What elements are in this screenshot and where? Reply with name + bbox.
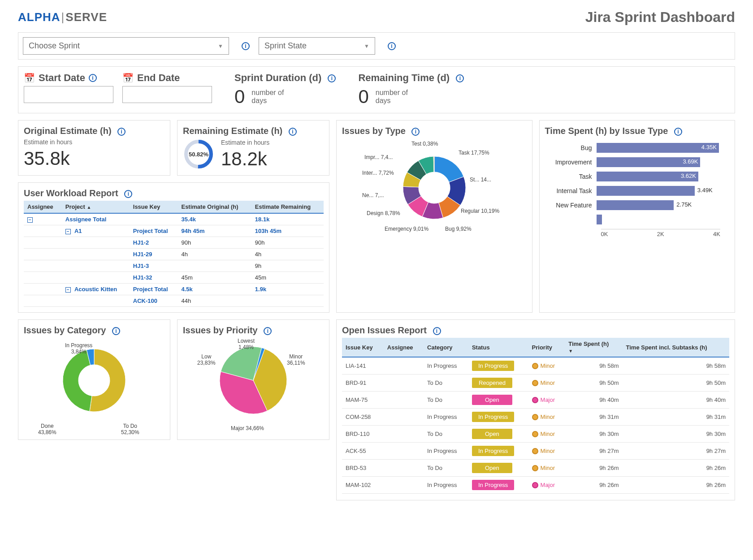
info-icon[interactable]: i: [117, 128, 126, 136]
project-name[interactable]: − Acoustic Kitten: [62, 284, 130, 295]
bar-label: Bug: [545, 144, 597, 151]
table-row[interactable]: BRD-53 To Do Open Minor 9h 26m 9h 26m: [342, 460, 729, 477]
sprint-duration-value: 0: [234, 86, 245, 108]
table-header[interactable]: Assignee: [24, 201, 62, 213]
time-spent-cell: 9h 30m: [565, 426, 622, 443]
time-spent-card: Time Spent (h) by Issue Type i Bug 4.35K…: [539, 120, 736, 313]
start-date-input[interactable]: [24, 86, 113, 103]
info-icon[interactable]: i: [411, 128, 420, 136]
priority-cell: Major: [528, 392, 565, 409]
table-header[interactable]: Time Spent (h)▼: [565, 338, 622, 357]
card-subtitle: Estimate in hours: [24, 138, 164, 146]
project-row: − Acoustic KittenProject Total4.5k1.9k: [24, 284, 324, 295]
issue-key[interactable]: HJ1-29: [130, 249, 178, 260]
bar-label: Task: [545, 173, 597, 180]
issue-key-cell: BRD-110: [342, 426, 384, 443]
chart-label: Task 17,75%: [459, 150, 489, 156]
issue-key-cell: MAM-75: [342, 392, 384, 409]
table-row[interactable]: BRD-110 To Do Open Minor 9h 30m 9h 30m: [342, 426, 729, 443]
table-header[interactable]: Estimate Remaining: [251, 201, 324, 213]
time-spent-sub-cell: 9h 16m: [623, 494, 729, 495]
category-cell: To Do: [424, 494, 468, 495]
table-header[interactable]: Issue Key: [342, 338, 384, 357]
table-header[interactable]: Assignee: [384, 338, 424, 357]
logo-alpha: ALPHA: [18, 10, 61, 24]
priority-dot-icon: [532, 380, 538, 386]
issue-key[interactable]: HJ1-2: [130, 237, 178, 249]
priority-dot-icon: [532, 482, 538, 488]
category-cell: In Progress: [424, 477, 468, 494]
table-row[interactable]: BRD-91 To Do Reopened Minor 9h 50m 9h 50…: [342, 375, 729, 392]
time-spent-cell: 9h 27m: [565, 443, 622, 460]
table-header[interactable]: Issue Key: [130, 201, 178, 213]
end-date-label: 📅 End Date: [122, 72, 212, 84]
table-row[interactable]: MAM-75 To Do Open Major 9h 40m 9h 40m: [342, 392, 729, 409]
table-header[interactable]: Time Spent incl. Subtasks (h): [623, 338, 729, 357]
priority-dot-icon: [532, 448, 538, 454]
info-icon[interactable]: i: [264, 327, 272, 335]
info-icon[interactable]: i: [89, 74, 97, 82]
info-icon[interactable]: i: [289, 128, 297, 136]
project-name[interactable]: − A1: [62, 225, 130, 237]
original-estimate-card: Original Estimate (h) i Estimate in hour…: [18, 120, 170, 176]
axis-tick: 2K: [657, 231, 664, 237]
end-date-input[interactable]: [122, 86, 212, 103]
priority-cell: Minor: [528, 426, 565, 443]
time-spent-sub-cell: 9h 31m: [623, 409, 729, 426]
time-spent-cell: 9h 50m: [565, 375, 622, 392]
table-row[interactable]: LIA-141 In Progress In Progress Minor 9h…: [342, 357, 729, 375]
time-spent-sub-cell: 9h 50m: [623, 375, 729, 392]
priority-cell: Minor: [528, 357, 565, 375]
issue-key-cell: BRD-53: [342, 460, 384, 477]
remaining-estimate-value: 18.2k: [221, 148, 269, 170]
info-icon[interactable]: i: [388, 42, 396, 50]
info-icon[interactable]: i: [124, 190, 132, 198]
assignee-cell: [384, 443, 424, 460]
chart-label: Impr... 7,4...: [364, 154, 393, 160]
table-row[interactable]: ACK-56 To Do Open Minor 9h 16m 9h 16m: [342, 494, 729, 495]
table-header[interactable]: Project ▲: [62, 201, 130, 213]
chart-label: To Do 52,30%: [121, 423, 139, 435]
issue-row: ACK-10044h: [24, 295, 324, 307]
issue-key[interactable]: HJ1-32: [130, 272, 178, 284]
page-title: Jira Sprint Dashboard: [585, 9, 735, 26]
open-issues-table: Issue KeyAssigneeCategoryStatusPriorityT…: [342, 338, 729, 495]
status-cell: In Progress: [468, 357, 528, 375]
table-header[interactable]: Category: [424, 338, 468, 357]
collapse-icon[interactable]: −: [27, 217, 33, 223]
info-icon[interactable]: i: [674, 128, 682, 136]
table-header[interactable]: Status: [468, 338, 528, 357]
collapse-icon[interactable]: −: [65, 229, 71, 234]
collapse-icon[interactable]: −: [65, 287, 71, 293]
table-header[interactable]: Priority: [528, 338, 565, 357]
status-cell: Reopened: [468, 375, 528, 392]
chart-label: Done 43,86%: [38, 423, 56, 435]
choose-sprint-dropdown[interactable]: Choose Sprint ▼: [23, 37, 229, 55]
table-row[interactable]: ACK-55 In Progress In Progress Minor 9h …: [342, 443, 729, 460]
info-icon[interactable]: i: [433, 327, 441, 335]
info-icon[interactable]: i: [328, 74, 336, 82]
card-title: User Workload Report i: [24, 188, 324, 198]
sprint-state-dropdown[interactable]: Sprint State ▼: [259, 37, 375, 55]
priority-dot-icon: [532, 363, 538, 369]
priority-dot-icon: [532, 397, 538, 403]
chevron-down-icon: ▼: [364, 43, 369, 49]
remaining-pct-donut: 50.82%: [183, 138, 214, 170]
assignee-cell: [384, 477, 424, 494]
info-icon[interactable]: i: [112, 327, 120, 335]
table-row[interactable]: MAM-102 In Progress In Progress Major 9h…: [342, 477, 729, 494]
chart-label: Emergency 9,01%: [385, 226, 428, 232]
date-metrics-row: 📅 Start Date i 📅 End Date Sprint Duratio…: [18, 66, 735, 113]
time-spent-sub-cell: 9h 27m: [623, 443, 729, 460]
chevron-down-icon: ▼: [218, 43, 223, 49]
chart-label: Lowest 1,48%: [238, 338, 255, 350]
bar-label: New Feature: [545, 202, 597, 209]
chart-label: Design 8,78%: [367, 210, 400, 216]
issue-key[interactable]: HJ1-3: [130, 260, 178, 272]
issue-key[interactable]: ACK-100: [130, 295, 178, 307]
table-header[interactable]: Estimate Original (h): [177, 201, 251, 213]
table-row[interactable]: COM-258 In Progress In Progress Minor 9h…: [342, 409, 729, 426]
info-icon[interactable]: i: [456, 74, 464, 82]
priority-dot-icon: [532, 465, 538, 471]
info-icon[interactable]: i: [242, 42, 250, 50]
